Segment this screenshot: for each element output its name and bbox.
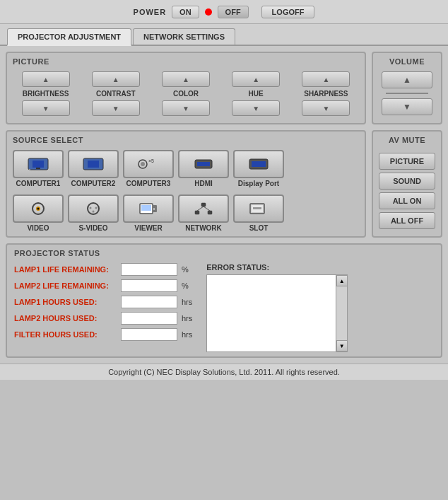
lamp1-life-row: LAMP1 LIFE REMAINING: % bbox=[14, 263, 192, 276]
svg-rect-2 bbox=[36, 168, 40, 169]
network-label: NETWORK bbox=[185, 224, 222, 232]
avmute-picture-button[interactable]: PICTURE bbox=[379, 153, 435, 170]
source-displayport-button[interactable]: Display Port bbox=[233, 150, 284, 187]
source-computer2-button[interactable]: COMPUTER2 bbox=[68, 150, 119, 187]
filter-hours-row: FILTER HOURS USED: hrs bbox=[14, 328, 192, 341]
lamp2-hours-input[interactable] bbox=[121, 312, 177, 325]
error-status-label: ERROR STATUS: bbox=[206, 263, 348, 272]
lamp1-hours-row: LAMP1 HOURS USED: hrs bbox=[14, 296, 192, 308]
network-icon bbox=[192, 202, 215, 216]
svg-point-7 bbox=[141, 162, 145, 166]
color-up-button[interactable]: ▲ bbox=[162, 71, 210, 87]
source-viewer-button[interactable]: VIEWER bbox=[123, 194, 174, 232]
top-bar: POWER ON OFF LOGOFF bbox=[0, 0, 448, 24]
scroll-up-arrow[interactable]: ▲ bbox=[336, 275, 348, 286]
tab-projector-adjustment[interactable]: PROJECTOR ADJUSTMENT bbox=[7, 28, 131, 46]
source-row-1: COMPUTER1 COMPUTER2 bbox=[13, 150, 359, 187]
lamp1-hours-input[interactable] bbox=[121, 296, 177, 308]
computer1-label: COMPUTER1 bbox=[16, 180, 61, 187]
svg-point-18 bbox=[95, 207, 98, 209]
source-computer3-button[interactable]: ×5 COMPUTER3 bbox=[123, 150, 174, 187]
svg-line-28 bbox=[204, 207, 210, 211]
filter-hours-input[interactable] bbox=[121, 328, 177, 341]
hue-down-button[interactable]: ▼ bbox=[232, 100, 280, 116]
filter-hours-label: FILTER HOURS USED: bbox=[14, 330, 117, 339]
video-label: VIDEO bbox=[27, 224, 49, 232]
brightness-up-button[interactable]: ▲ bbox=[22, 71, 70, 87]
avmute-allon-button[interactable]: ALL ON bbox=[379, 192, 435, 209]
viewer-label: VIEWER bbox=[134, 224, 162, 232]
lamp2-life-row: LAMP2 LIFE REMAINING: % bbox=[14, 279, 192, 292]
computer3-icon: ×5 bbox=[137, 157, 160, 171]
source-computer1-button[interactable]: COMPUTER1 bbox=[13, 150, 64, 187]
slot-label: SLOT bbox=[249, 224, 269, 232]
hdmi-icon bbox=[192, 157, 215, 171]
svg-rect-22 bbox=[153, 205, 157, 212]
hdmi-label: HDMI bbox=[194, 180, 213, 187]
svideo-icon bbox=[82, 202, 105, 216]
brightness-down-button[interactable]: ▼ bbox=[22, 100, 70, 116]
source-network-button[interactable]: NETWORK bbox=[178, 194, 229, 232]
slot-icon-box bbox=[233, 194, 284, 223]
projector-status-panel: PROJECTOR STATUS LAMP1 LIFE REMAINING: %… bbox=[6, 243, 442, 358]
hue-up-button[interactable]: ▲ bbox=[232, 71, 280, 87]
source-row-2: VIDEO S-VIDEO bbox=[13, 194, 359, 232]
power-off-button[interactable]: OFF bbox=[218, 6, 249, 18]
source-video-button[interactable]: VIDEO bbox=[13, 194, 64, 232]
lamp1-life-input[interactable] bbox=[121, 263, 177, 276]
picture-up-row: ▲ BRIGHTNESS ▼ ▲ CONTRAST ▼ ▲ COLOR ▼ ▲ … bbox=[13, 71, 359, 116]
sharpness-ctrl: ▲ SHARPNESS ▼ bbox=[302, 71, 350, 116]
middle-panels: SOURCE SELECT COMPUTER1 bbox=[6, 130, 442, 238]
svg-rect-12 bbox=[252, 161, 266, 167]
computer3-label: COMPUTER3 bbox=[126, 180, 171, 187]
sharpness-up-button[interactable]: ▲ bbox=[302, 71, 350, 87]
computer3-icon-box: ×5 bbox=[123, 150, 174, 178]
tab-network-settings[interactable]: NETWORK SETTINGS bbox=[133, 28, 235, 45]
contrast-up-button[interactable]: ▲ bbox=[92, 71, 140, 87]
svg-point-17 bbox=[90, 207, 92, 209]
color-ctrl: ▲ COLOR ▼ bbox=[162, 71, 210, 116]
avmute-title: AV MUTE bbox=[389, 136, 425, 144]
lamp2-hours-label: LAMP2 HOURS USED: bbox=[14, 314, 117, 322]
sharpness-down-button[interactable]: ▼ bbox=[302, 100, 350, 116]
lamp2-life-label: LAMP2 LIFE REMAINING: bbox=[14, 281, 117, 290]
source-select-title: SOURCE SELECT bbox=[13, 136, 359, 144]
svg-rect-5 bbox=[88, 161, 99, 168]
lamp1-life-unit: % bbox=[182, 265, 189, 274]
logoff-button[interactable]: LOGOFF bbox=[261, 6, 315, 18]
power-indicator bbox=[205, 8, 212, 16]
hue-label: HUE bbox=[249, 90, 264, 98]
computer1-icon bbox=[27, 157, 49, 171]
contrast-down-button[interactable]: ▼ bbox=[92, 100, 140, 116]
brightness-ctrl: ▲ BRIGHTNESS ▼ bbox=[22, 71, 70, 116]
scroll-down-arrow[interactable]: ▼ bbox=[336, 340, 348, 351]
video-icon-box bbox=[13, 194, 64, 223]
svg-text:×5: ×5 bbox=[148, 158, 154, 163]
svg-point-19 bbox=[93, 211, 95, 213]
power-on-button[interactable]: ON bbox=[172, 6, 199, 18]
svg-rect-10 bbox=[197, 162, 210, 166]
avmute-alloff-button[interactable]: ALL OFF bbox=[379, 212, 435, 229]
lamp2-hours-unit: hrs bbox=[182, 314, 192, 322]
hue-ctrl: ▲ HUE ▼ bbox=[232, 71, 280, 116]
displayport-label: Display Port bbox=[238, 180, 279, 187]
lamp2-life-input[interactable] bbox=[121, 279, 177, 292]
tabs-row: PROJECTOR ADJUSTMENT NETWORK SETTINGS bbox=[0, 24, 448, 46]
volume-down-button[interactable]: ▼ bbox=[382, 98, 432, 115]
svideo-icon-box bbox=[68, 194, 119, 223]
volume-up-button[interactable]: ▲ bbox=[382, 71, 432, 88]
status-fields: LAMP1 LIFE REMAINING: % LAMP2 LIFE REMAI… bbox=[14, 263, 192, 352]
lamp2-life-unit: % bbox=[182, 281, 189, 290]
avmute-panel: AV MUTE PICTURE SOUND ALL ON ALL OFF bbox=[372, 130, 442, 238]
svg-rect-31 bbox=[253, 207, 261, 209]
contrast-ctrl: ▲ CONTRAST ▼ bbox=[92, 71, 140, 116]
status-inner: LAMP1 LIFE REMAINING: % LAMP2 LIFE REMAI… bbox=[14, 263, 434, 352]
top-panels: PICTURE ▲ BRIGHTNESS ▼ ▲ CONTRAST ▼ ▲ CO… bbox=[6, 52, 442, 124]
color-down-button[interactable]: ▼ bbox=[162, 100, 210, 116]
source-svideo-button[interactable]: S-VIDEO bbox=[68, 194, 119, 232]
source-rows: COMPUTER1 COMPUTER2 bbox=[13, 150, 359, 232]
source-slot-button[interactable]: SLOT bbox=[233, 194, 284, 232]
volume-title: VOLUME bbox=[389, 57, 425, 66]
avmute-sound-button[interactable]: SOUND bbox=[379, 173, 435, 190]
source-hdmi-button[interactable]: HDMI bbox=[178, 150, 229, 187]
